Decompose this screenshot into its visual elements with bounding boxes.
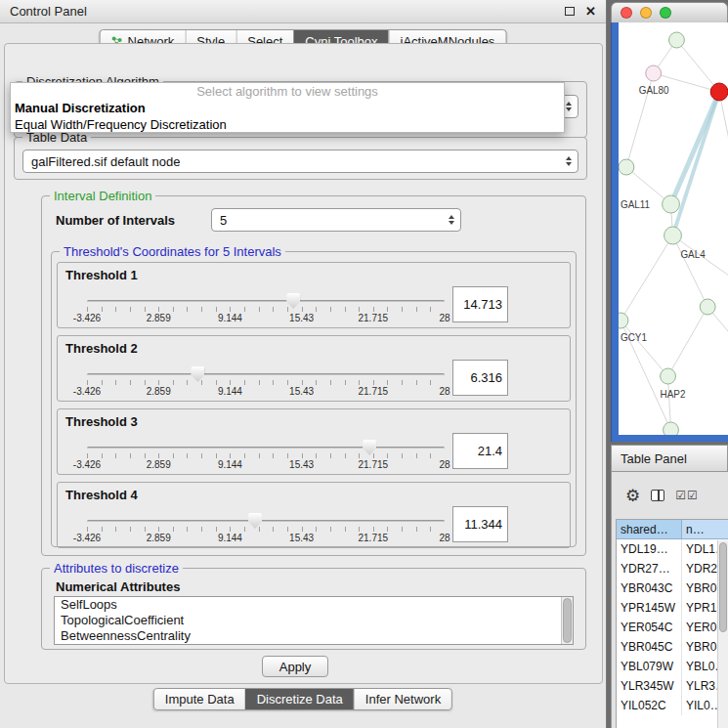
network-node-label: GAL4 (680, 249, 706, 260)
control-panel-body: Discretization Algorithm Table Data galF… (4, 43, 603, 684)
table-row[interactable]: YPR145W YPR1… (617, 598, 728, 618)
tab-discretize-data[interactable]: Discretize Data (245, 689, 354, 709)
table-row[interactable]: YBR045C YBR0… (617, 637, 728, 657)
attributes-list: SelfLoopsTopologicalCoefficientBetweenne… (55, 597, 561, 644)
table-panel-title: Table Panel (621, 451, 687, 466)
table-row[interactable]: YIL052C YIL0… (617, 696, 728, 715)
slider-tick-labels: -3.4262.8599.14415.4321.71528 (87, 533, 445, 543)
threshold-value-field[interactable]: 14.713 (452, 286, 508, 322)
table-row[interactable]: YDR27… YDR2… (617, 559, 728, 578)
select-columns-icon[interactable]: ☑☑ (675, 489, 699, 502)
thresholds-group-title: Threshold's Coordinates for 5 Intervals (60, 244, 285, 259)
stepper-icon[interactable] (566, 156, 572, 166)
network-node[interactable] (664, 227, 682, 244)
float-window-icon[interactable] (565, 7, 575, 16)
table-cell[interactable]: YBL079W (617, 657, 682, 676)
table-data-combobox[interactable]: galFiltered.sif default node (22, 150, 578, 173)
attribute-item[interactable]: SelfLoops (55, 597, 561, 613)
network-window-titlebar[interactable] (611, 2, 728, 22)
table-panel-titlebar: Table Panel (611, 445, 728, 472)
tick-label: 21.715 (359, 313, 389, 323)
network-node[interactable] (710, 83, 728, 101)
network-node[interactable] (669, 32, 685, 48)
network-node[interactable] (663, 195, 680, 213)
slider-track[interactable] (87, 300, 445, 303)
tab-impute-data[interactable]: Impute Data (154, 689, 245, 709)
threshold-value-field[interactable]: 21.4 (452, 433, 508, 469)
scrollbar-thumb[interactable] (563, 598, 572, 643)
network-edge[interactable] (621, 236, 673, 321)
threshold-slider[interactable]: -3.4262.8599.14415.4321.71528 (87, 294, 445, 327)
slider-track[interactable] (87, 373, 445, 376)
tick-label: 9.144 (218, 386, 242, 397)
threshold-value-field[interactable]: 11.344 (452, 506, 508, 542)
threshold-slider[interactable]: -3.4262.8599.14415.4321.71528 (87, 514, 445, 547)
tick-label: 15.43 (289, 533, 314, 543)
table-cell[interactable]: YER054C (617, 618, 682, 637)
network-node[interactable] (661, 368, 676, 384)
table-row[interactable]: YDL19… YDL1… (617, 539, 728, 559)
close-icon[interactable]: ✕ (585, 5, 596, 18)
slider-track[interactable] (87, 520, 445, 523)
table-cell[interactable]: YPR145W (617, 598, 682, 618)
attribute-item[interactable]: TopologicalCoefficient (55, 613, 561, 628)
attributes-group: Attributes to discretize Numerical Attri… (41, 568, 586, 650)
table-row[interactable]: YER054C YER0… (617, 618, 728, 637)
network-node[interactable] (700, 299, 715, 315)
table-cell[interactable]: YBR045C (617, 637, 682, 657)
zoom-traffic-light-icon[interactable] (660, 7, 671, 19)
table-cell[interactable]: YLR345W (617, 676, 682, 696)
network-edge[interactable] (719, 92, 728, 159)
apply-button[interactable]: Apply (262, 656, 328, 677)
network-svg: GAL80GAL11GAL4GCY1HAP2 (619, 22, 728, 435)
network-edge[interactable] (621, 321, 668, 376)
network-canvas[interactable]: GAL80GAL11GAL4GCY1HAP2 (619, 22, 728, 435)
network-edge[interactable] (673, 236, 708, 307)
table-scrollbar[interactable] (717, 540, 728, 728)
tick-label: -3.426 (73, 459, 101, 470)
thresholds-group: Threshold's Coordinates for 5 Intervals … (51, 251, 577, 547)
threshold-value-field[interactable]: 6.316 (452, 360, 508, 396)
table-row[interactable]: YBR043C YBR0… (617, 578, 728, 598)
tick-label: -3.426 (73, 533, 101, 543)
control-panel-window: Control Panel ✕ NetworkStyleSelectCyni T… (0, 0, 607, 728)
attribute-item[interactable]: BetweennessCentrality (55, 628, 561, 644)
network-node[interactable] (646, 65, 662, 81)
network-node-label: GCY1 (621, 332, 647, 343)
attributes-scrollbar[interactable] (561, 597, 573, 644)
threshold-slider[interactable]: -3.4262.8599.14415.4321.71528 (87, 367, 445, 401)
table-cell[interactable]: YDL19… (617, 539, 682, 559)
stepper-icon[interactable] (449, 215, 454, 225)
num-intervals-spinner[interactable]: 5 (211, 208, 461, 232)
tab-infer-network[interactable]: Infer Network (354, 689, 451, 709)
table-cell[interactable]: YIL052C (617, 696, 682, 715)
stepper-icon[interactable] (566, 102, 572, 111)
table-row[interactable]: YBL079W YBL0… (617, 657, 728, 676)
column-header-name[interactable]: n… (682, 520, 728, 538)
dropdown-option-equal-width-frequency[interactable]: Equal Width/Frequency Discretization (11, 116, 564, 133)
window-title: Control Panel (10, 4, 87, 19)
gear-icon[interactable]: ⚙ (625, 488, 640, 504)
interval-group-title: Interval Definition (50, 189, 155, 203)
scrollbar-thumb[interactable] (719, 542, 727, 632)
threshold-slider[interactable]: -3.4262.8599.14415.4321.71528 (87, 441, 445, 474)
network-node[interactable] (664, 422, 679, 435)
column-header-shared-name[interactable]: shared… (617, 520, 682, 538)
network-node[interactable] (619, 313, 628, 328)
minimize-traffic-light-icon[interactable] (640, 7, 652, 19)
columns-icon[interactable] (651, 490, 664, 501)
table-cell[interactable]: YBR043C (617, 578, 682, 598)
slider-track[interactable] (87, 447, 445, 450)
dropdown-option-manual-discretization[interactable]: Manual Discretization (11, 100, 564, 116)
tab-label: Discretize Data (257, 692, 343, 707)
table-row[interactable]: YLR345W YLR3… (617, 676, 728, 696)
table-toolbar: ⚙ ☑☑ (612, 472, 728, 519)
network-view-frame: GAL80GAL11GAL4GCY1HAP2 (611, 22, 728, 442)
network-edge[interactable] (668, 307, 708, 376)
table-cell[interactable]: YDR27… (617, 559, 682, 578)
network-edge[interactable] (673, 92, 720, 236)
close-traffic-light-icon[interactable] (621, 7, 632, 19)
network-node[interactable] (619, 159, 634, 175)
tick-label: 2.859 (147, 313, 171, 323)
network-edge[interactable] (676, 40, 719, 92)
